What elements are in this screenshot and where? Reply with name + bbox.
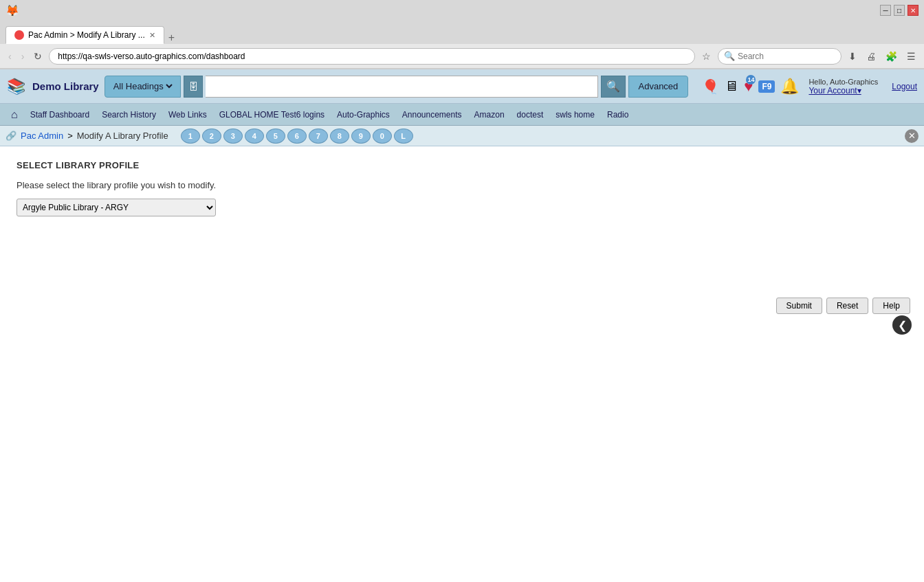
- page-tab-2[interactable]: 2: [202, 128, 221, 144]
- description: Please select the library profile you wi…: [16, 180, 908, 190]
- breadcrumb-current: Modify A Library Profile: [77, 131, 168, 141]
- page-tab-7[interactable]: 7: [309, 128, 328, 144]
- tab-label: Pac Admin > Modify A Library ...: [28, 30, 145, 40]
- bookmark-button[interactable]: ☆: [699, 49, 714, 63]
- advanced-button[interactable]: Advanced: [628, 76, 689, 98]
- logout-button[interactable]: Logout: [892, 82, 917, 91]
- nav-doctest[interactable]: doctest: [512, 104, 549, 126]
- minimize-button[interactable]: ─: [880, 5, 891, 16]
- bell-icon-button[interactable]: 🔔: [780, 78, 799, 96]
- title-bar: 🦊 ─ □ ✕: [0, 0, 924, 21]
- logo-icon: 📚: [7, 78, 25, 96]
- user-info: Hello, Auto-Graphics Your Account▾: [808, 78, 878, 96]
- database-icon: 🗄: [188, 81, 198, 92]
- nav-bar: ⌂ Staff Dashboard Search History Web Lin…: [0, 104, 924, 126]
- monitor-icon: 🖥: [725, 78, 738, 93]
- firefox-icon: 🦊: [6, 4, 19, 17]
- reset-button[interactable]: Reset: [826, 298, 868, 314]
- page-tab-1[interactable]: 1: [181, 128, 200, 144]
- monitor-icon-button[interactable]: 🖥: [725, 78, 738, 94]
- page-tab-6[interactable]: 6: [287, 128, 307, 144]
- downloads-button[interactable]: ⬇: [846, 49, 859, 63]
- tab-favicon: [14, 30, 24, 40]
- print-button[interactable]: 🖨: [864, 49, 879, 63]
- submit-button[interactable]: Submit: [776, 298, 822, 314]
- scroll-left-button[interactable]: ❮: [892, 315, 912, 335]
- tab-close-button[interactable]: ✕: [149, 31, 155, 40]
- key-icon-button[interactable]: F9: [758, 80, 775, 93]
- maximize-button[interactable]: □: [894, 5, 905, 16]
- browser-search-bar[interactable]: 🔍: [718, 48, 842, 65]
- breadcrumb-icon: 🔗: [6, 131, 16, 141]
- heart-icon-button[interactable]: ♥ 14: [744, 78, 753, 96]
- nav-radio[interactable]: Radio: [602, 104, 634, 126]
- nav-home-button[interactable]: ⌂: [6, 104, 23, 126]
- heart-badge: 14: [746, 75, 756, 85]
- action-buttons: Submit Reset Help: [776, 298, 910, 314]
- bell-icon: 🔔: [780, 78, 799, 95]
- search-icon: 🔍: [606, 80, 620, 93]
- search-button[interactable]: 🔍: [601, 76, 626, 98]
- section-title: SELECT LIBRARY PROFILE: [16, 160, 908, 170]
- search-input[interactable]: [206, 76, 598, 98]
- heading-select-container[interactable]: All Headings Title Author Subject Keywor…: [104, 76, 181, 98]
- pagination-tabs: 1 2 3 4 5 6 7 8 9 0 L: [181, 128, 413, 144]
- nav-global-home[interactable]: GLOBAL HOME Test6 logins: [214, 104, 330, 126]
- nav-auto-graphics[interactable]: Auto-Graphics: [331, 104, 395, 126]
- app-header: 📚 Demo Library All Headings Title Author…: [0, 69, 924, 104]
- close-button[interactable]: ✕: [908, 5, 918, 16]
- library-profile-select[interactable]: Argyle Public Library - ARGY: [16, 199, 216, 216]
- page-tab-4[interactable]: 4: [245, 128, 264, 144]
- search-section: All Headings Title Author Subject Keywor…: [104, 76, 689, 98]
- nav-swls-home[interactable]: swls home: [550, 104, 600, 126]
- close-breadcrumb-button[interactable]: ✕: [905, 129, 918, 143]
- forward-button[interactable]: ›: [19, 49, 28, 63]
- content-area: Submit Reset Help SELECT LIBRARY PROFILE…: [0, 146, 924, 230]
- nav-web-links[interactable]: Web Links: [163, 104, 212, 126]
- nav-amazon[interactable]: Amazon: [469, 104, 510, 126]
- key-badge-label: F9: [762, 82, 771, 91]
- breadcrumb-bar: 🔗 Pac Admin > Modify A Library Profile 1…: [0, 126, 924, 146]
- main-content: SELECT LIBRARY PROFILE Please select the…: [0, 146, 924, 230]
- extensions-button[interactable]: 🧩: [883, 49, 900, 63]
- nav-announcements[interactable]: Announcements: [397, 104, 468, 126]
- nav-search-history[interactable]: Search History: [96, 104, 162, 126]
- page-tab-l[interactable]: L: [394, 128, 413, 144]
- heading-dropdown[interactable]: All Headings Title Author Subject Keywor…: [111, 80, 175, 92]
- page-tab-0[interactable]: 0: [373, 128, 392, 144]
- greeting-text: Hello, Auto-Graphics: [808, 78, 878, 86]
- browser-search-input[interactable]: [738, 52, 827, 61]
- back-button[interactable]: ‹: [6, 49, 14, 63]
- balloon-icon: 🎈: [702, 79, 719, 94]
- header-icons: 🎈 🖥 ♥ 14 F9 🔔: [702, 78, 799, 96]
- breadcrumb-root[interactable]: Pac Admin: [21, 131, 63, 141]
- breadcrumb-separator: >: [67, 131, 73, 141]
- menu-button[interactable]: ☰: [904, 49, 918, 63]
- add-tab-button[interactable]: +: [164, 32, 179, 44]
- tab-bar: Pac Admin > Modify A Library ... ✕ +: [0, 21, 924, 44]
- help-button[interactable]: Help: [872, 298, 910, 314]
- page-tab-5[interactable]: 5: [266, 128, 285, 144]
- page-tab-9[interactable]: 9: [351, 128, 371, 144]
- database-icon-button[interactable]: 🗄: [184, 76, 203, 98]
- url-input[interactable]: [49, 48, 695, 65]
- account-link[interactable]: Your Account▾: [808, 86, 861, 96]
- library-name: Demo Library: [32, 80, 99, 92]
- reload-button[interactable]: ↻: [31, 49, 45, 63]
- nav-staff-dashboard[interactable]: Staff Dashboard: [25, 104, 96, 126]
- search-icon: 🔍: [724, 51, 735, 61]
- url-bar: ‹ › ↻ ☆ 🔍 ⬇ 🖨 🧩 ☰: [0, 44, 924, 69]
- page-tab-8[interactable]: 8: [330, 128, 349, 144]
- active-tab[interactable]: Pac Admin > Modify A Library ... ✕: [6, 26, 164, 44]
- window-controls: ─ □ ✕: [880, 5, 918, 16]
- page-tab-3[interactable]: 3: [223, 128, 243, 144]
- balloon-icon-button[interactable]: 🎈: [702, 78, 719, 95]
